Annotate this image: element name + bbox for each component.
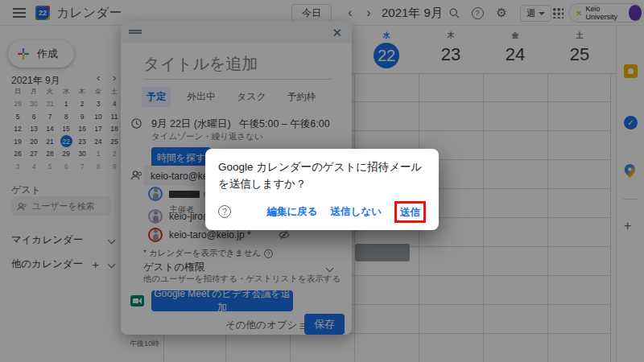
help-icon[interactable]: ?: [218, 205, 231, 218]
google-calendar-app: 22 カレンダー 今日 ‹ › 2021年 9月 ? ⚙ 週 ✕ Keio Un…: [0, 0, 644, 362]
confirm-message: Google カレンダーのゲストに招待メールを送信しますか？: [218, 159, 426, 193]
send-invitation-confirm-dialog: Google カレンダーのゲストに招待メールを送信しますか？ ? 編集に戻る 送…: [205, 149, 439, 230]
back-to-edit-button[interactable]: 編集に戻る: [267, 205, 318, 219]
send-button[interactable]: 送信: [400, 207, 420, 218]
dont-send-button[interactable]: 送信しない: [331, 205, 382, 219]
annotation-highlight-box: 送信: [394, 201, 426, 223]
